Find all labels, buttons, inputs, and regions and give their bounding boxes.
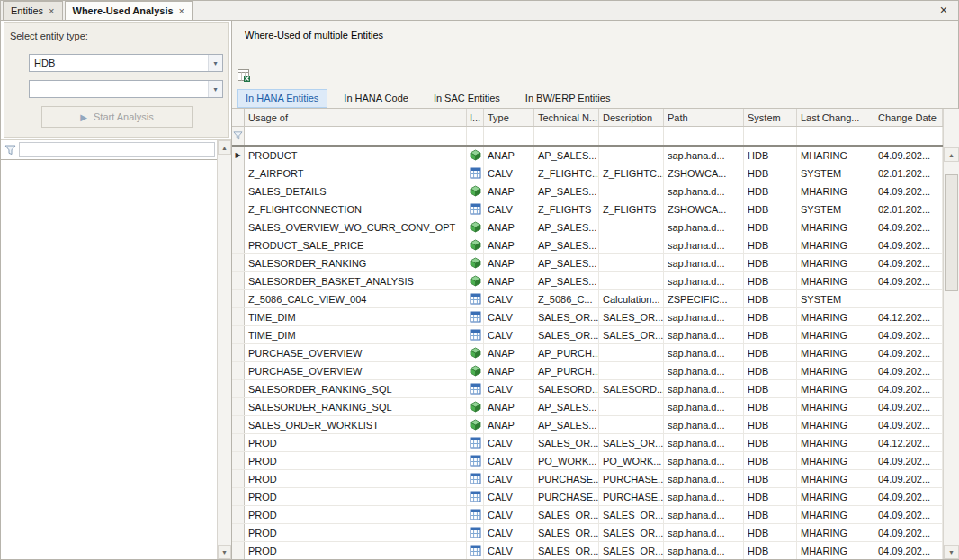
cell-type: CALV: [484, 308, 534, 325]
table-row[interactable]: PRODCALVSALES_OR...SALES_OR...sap.hana.d…: [232, 524, 943, 542]
tab-entities-close-icon[interactable]: ×: [49, 5, 54, 16]
table-row[interactable]: SALESORDER_BASKET_ANALYSISANAPAP_SALES..…: [232, 272, 943, 290]
cell-description: [599, 147, 664, 164]
cell-type: CALV: [484, 290, 534, 307]
chevron-down-icon[interactable]: ▾: [208, 81, 222, 97]
cell-change-date: 04.09.202...: [874, 524, 943, 541]
chevron-down-icon[interactable]: ▾: [208, 55, 222, 71]
table-row[interactable]: ▶PRODUCTANAPAP_SALES...sap.hana.d...HDBM…: [232, 147, 943, 164]
export-excel-icon[interactable]: [237, 68, 251, 84]
column-header-path[interactable]: Path: [664, 109, 744, 126]
column-header-change-date[interactable]: Change Date: [874, 109, 943, 126]
cell-technical-name: AP_SALES...: [534, 182, 599, 200]
entity-list-scrollbar-track[interactable]: [218, 155, 231, 545]
table-row[interactable]: SALESORDER_RANKING_SQLCALVSALESORD...SAL…: [232, 380, 943, 398]
filter-cell-usage-of[interactable]: [245, 127, 467, 145]
column-header-type[interactable]: Type: [484, 109, 534, 126]
scroll-down-icon[interactable]: ▼: [944, 545, 959, 559]
window-close-icon[interactable]: ×: [940, 4, 947, 16]
cell-usage-of: SALESORDER_RANKING: [245, 254, 467, 271]
cell-type: CALV: [484, 434, 534, 451]
entity-name-dropdown[interactable]: ▾: [29, 80, 223, 98]
cell-system: HDB: [744, 434, 797, 451]
entity-list-scrollbar[interactable]: ▲ ▼: [217, 140, 231, 559]
filter-cell-change-date[interactable]: [874, 127, 943, 145]
calculation-view-icon: [467, 470, 484, 487]
table-row[interactable]: TIME_DIMCALVSALES_OR...SALES_OR...sap.ha…: [232, 326, 943, 344]
cell-usage-of: Z_AIRPORT: [245, 164, 467, 182]
table-row[interactable]: PRODCALVPURCHASE...PURCHASE...sap.hana.d…: [232, 488, 943, 506]
cell-change-date: 04.09.202...: [874, 218, 943, 236]
table-row[interactable]: PRODUCT_SALE_PRICEANAPAP_SALES...sap.han…: [232, 236, 943, 254]
cell-type: CALV: [484, 506, 534, 523]
scroll-down-icon[interactable]: ▼: [218, 545, 231, 559]
scroll-up-icon[interactable]: ▲: [218, 140, 231, 155]
table-row[interactable]: PRODCALVPURCHASE...PURCHASE...sap.hana.d…: [232, 470, 943, 488]
table-row[interactable]: SALES_ORDER_WORKLISTANAPAP_SALES...sap.h…: [232, 416, 943, 434]
table-row[interactable]: Z_AIRPORTCALVZ_FLIGHTC...Z_FLIGHTC...ZSH…: [232, 164, 943, 182]
cell-last-changed: SYSTEM: [797, 200, 874, 218]
cell-path: sap.hana.d...: [664, 254, 744, 271]
grid-scrollbar[interactable]: ▲ ▼: [943, 109, 959, 559]
start-analysis-button[interactable]: ▶ Start Analysis: [41, 106, 193, 128]
filter-funnel-icon[interactable]: [1, 145, 19, 156]
tab-in-sac-entities[interactable]: In SAC Entities: [425, 89, 509, 108]
cell-type: ANAP: [484, 416, 534, 433]
table-row[interactable]: PRODCALVSALES_OR...SALES_OR...sap.hana.d…: [232, 542, 943, 559]
cell-path: sap.hana.d...: [664, 398, 744, 415]
table-row[interactable]: SALES_OVERVIEW_WO_CURR_CONV_OPTANAPAP_SA…: [232, 218, 943, 236]
table-row[interactable]: PURCHASE_OVERVIEWANAPAP_PURCH...sap.hana…: [232, 362, 943, 380]
entity-type-dropdown[interactable]: HDB ▾: [29, 54, 223, 72]
filter-cell-type[interactable]: [484, 127, 534, 145]
column-header-usage-of[interactable]: Usage of: [245, 109, 467, 126]
tab-in-hana-code[interactable]: In HANA Code: [335, 89, 417, 108]
cell-change-date: 02.01.202...: [874, 200, 943, 218]
cell-system: HDB: [744, 362, 797, 379]
grid-filter-funnel-icon[interactable]: [232, 127, 245, 145]
entity-type-dropdown-value: HDB: [30, 58, 208, 68]
tab-entities[interactable]: Entities ×: [3, 1, 63, 20]
filter-cell-icon[interactable]: [467, 127, 484, 145]
column-header-description[interactable]: Description: [599, 109, 664, 126]
tab-where-used-analysis[interactable]: Where-Used Analysis ×: [65, 1, 193, 20]
grid-scrollbar-track[interactable]: [944, 162, 959, 545]
row-indicator: [232, 542, 245, 559]
table-row[interactable]: Z_5086_CALC_VIEW_004CALVZ_5086_C...Calcu…: [232, 290, 943, 308]
table-row[interactable]: PRODCALVPO_WORK...PO_WORK...sap.hana.d..…: [232, 452, 943, 470]
table-row[interactable]: SALES_DETAILSANAPAP_SALES...sap.hana.d..…: [232, 182, 943, 200]
calculation-view-icon: [467, 452, 484, 469]
column-header-icon[interactable]: I...: [467, 109, 484, 126]
entity-filter-input[interactable]: [19, 142, 215, 157]
filter-cell-last-changed[interactable]: [797, 127, 874, 145]
tab-in-hana-entities[interactable]: In HANA Entities: [237, 89, 327, 108]
column-header-last-changed[interactable]: Last Chang...: [797, 109, 874, 126]
cell-change-date: 04.09.202...: [874, 452, 943, 469]
analytic-view-icon: [467, 272, 484, 289]
column-header-system[interactable]: System: [744, 109, 797, 126]
entity-list[interactable]: [1, 160, 217, 559]
cell-usage-of: PRODUCT: [245, 147, 467, 164]
filter-cell-path[interactable]: [664, 127, 744, 145]
results-grid: Usage of I... Type Technical N... Descri…: [232, 109, 958, 559]
filter-cell-system[interactable]: [744, 127, 797, 145]
tab-in-bw-erp-entities[interactable]: In BW/ERP Entities: [516, 89, 620, 108]
column-header-technical-name[interactable]: Technical N...: [534, 109, 599, 126]
table-row[interactable]: SALESORDER_RANKING_SQLANAPAP_SALES...sap…: [232, 398, 943, 416]
table-row[interactable]: SALESORDER_RANKINGANAPAP_SALES...sap.han…: [232, 254, 943, 272]
table-row[interactable]: PRODCALVSALES_OR...SALES_OR...sap.hana.d…: [232, 434, 943, 452]
table-row[interactable]: PURCHASE_OVERVIEWANAPAP_PURCH...sap.hana…: [232, 344, 943, 362]
cell-type: ANAP: [484, 362, 534, 379]
cell-type: CALV: [484, 164, 534, 182]
table-row[interactable]: TIME_DIMCALVSALES_OR...SALES_OR...sap.ha…: [232, 308, 943, 326]
tab-where-used-analysis-close-icon[interactable]: ×: [179, 5, 184, 16]
entity-type-group-title: Select entity type:: [4, 27, 228, 54]
grid-scrollbar-thumb[interactable]: [945, 174, 958, 291]
filter-cell-description[interactable]: [599, 127, 664, 145]
cell-change-date: 04.12.202...: [874, 308, 943, 325]
scroll-up-icon[interactable]: ▲: [944, 147, 959, 162]
cell-path: sap.hana.d...: [664, 362, 744, 379]
filter-cell-technical-name[interactable]: [534, 127, 599, 145]
table-row[interactable]: PRODCALVSALES_OR...SALES_OR...sap.hana.d…: [232, 506, 943, 524]
cell-system: HDB: [744, 254, 797, 271]
table-row[interactable]: Z_FLIGHTCONNECTIONCALVZ_FLIGHTSZ_FLIGHTS…: [232, 200, 943, 218]
